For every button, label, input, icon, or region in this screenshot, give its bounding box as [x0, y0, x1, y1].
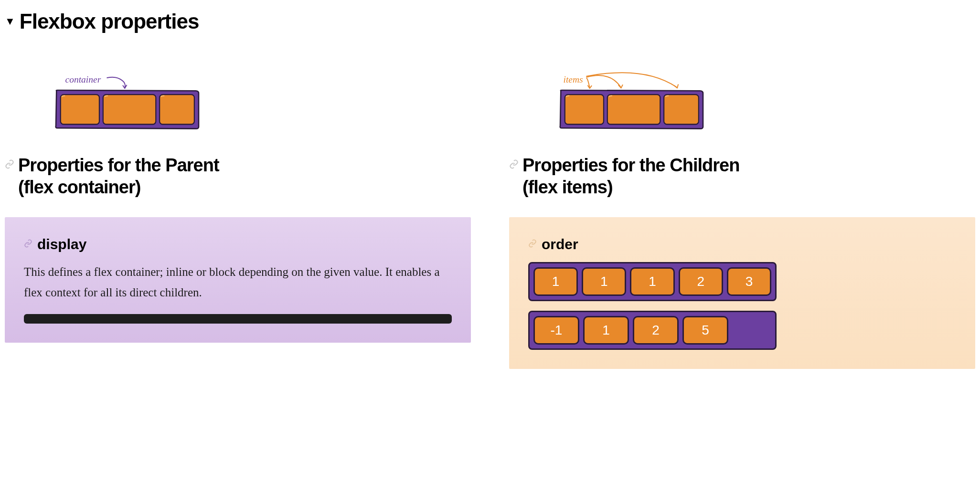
order-box: 5	[682, 316, 728, 345]
svg-rect-1	[103, 94, 156, 124]
order-box: 1	[582, 267, 626, 296]
link-icon[interactable]	[528, 238, 537, 251]
main-heading[interactable]: ▼ Flexbox properties	[5, 10, 975, 33]
order-box: -1	[533, 316, 579, 345]
container-subheading-text: Properties for the Parent (flex containe…	[18, 155, 219, 198]
property-heading-display: display	[24, 236, 452, 252]
property-name-display: display	[37, 236, 86, 252]
svg-rect-2	[160, 94, 194, 124]
svg-rect-0	[61, 94, 99, 124]
link-icon[interactable]	[509, 159, 519, 203]
items-panel: order 1 1 1 2 3 -1 1 2 5	[509, 217, 975, 369]
container-diagram: container	[5, 72, 471, 136]
property-name-order: order	[542, 236, 578, 252]
property-description-display: This defines a flex container; inline or…	[24, 262, 452, 303]
items-column: items	[509, 72, 975, 369]
order-box: 1	[533, 267, 578, 296]
svg-rect-5	[664, 94, 699, 124]
container-diagram-svg: container	[5, 72, 244, 134]
items-subheading-text: Properties for the Children (flex items)	[522, 155, 739, 198]
code-block	[24, 314, 452, 324]
container-column: container	[5, 72, 471, 369]
main-heading-text: Flexbox properties	[20, 10, 199, 33]
order-box: 2	[633, 316, 679, 345]
container-subheading: Properties for the Parent (flex containe…	[5, 155, 471, 198]
order-box: 2	[679, 267, 723, 296]
link-icon[interactable]	[5, 159, 14, 203]
collapse-triangle-icon[interactable]: ▼	[5, 15, 15, 28]
items-label: items	[564, 74, 583, 84]
link-icon[interactable]	[24, 238, 32, 251]
order-box: 3	[727, 267, 771, 296]
container-panel: display This defines a flex container; i…	[5, 217, 471, 343]
order-box: 1	[583, 316, 629, 345]
items-diagram-svg: items	[509, 72, 748, 134]
container-label: container	[65, 74, 101, 84]
order-box: 1	[630, 267, 674, 296]
order-diagrams: 1 1 1 2 3 -1 1 2 5	[528, 262, 956, 350]
order-row-1: 1 1 1 2 3	[528, 262, 777, 301]
items-diagram: items	[509, 72, 975, 136]
property-heading-order: order	[528, 236, 956, 252]
order-row-2: -1 1 2 5	[528, 311, 777, 350]
columns-wrapper: container	[5, 72, 975, 369]
svg-rect-4	[607, 94, 660, 124]
items-subheading: Properties for the Children (flex items)	[509, 155, 975, 198]
svg-rect-3	[565, 94, 604, 124]
